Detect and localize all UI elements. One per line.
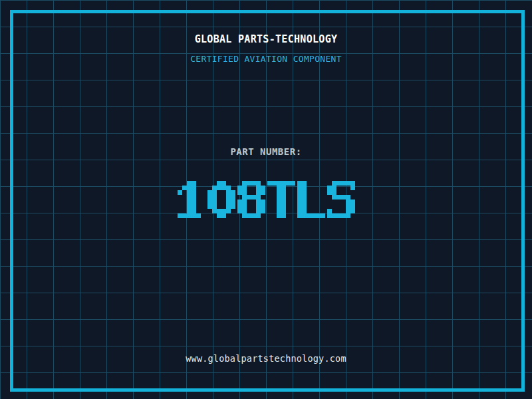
part-number-glyph <box>267 181 295 218</box>
part-number-glyph <box>178 181 205 218</box>
part-number-glyph <box>297 181 325 218</box>
company-title: GLOBAL PARTS-TECHNOLOGY <box>0 33 532 45</box>
website-url: www.globalpartstechnology.com <box>0 353 532 364</box>
part-number-glyph <box>327 181 355 218</box>
part-number-label: PART NUMBER: <box>0 146 532 157</box>
certificate-page: { "header": { "title": "GLOBAL PARTS-TEC… <box>0 0 532 399</box>
part-number-display <box>0 181 532 218</box>
part-number-glyph <box>237 181 265 218</box>
certification-subtitle: CERTIFIED AVIATION COMPONENT <box>0 54 532 64</box>
part-number-glyph <box>207 181 235 218</box>
